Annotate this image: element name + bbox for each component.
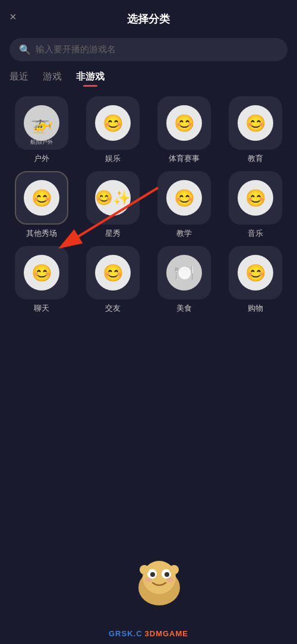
search-placeholder: 输入要开播的游戏名: [36, 44, 116, 55]
category-label-othershow: 其他秀场: [26, 228, 57, 239]
category-label-entertainment: 娱乐: [105, 153, 121, 164]
list-item[interactable]: 😊 教育: [223, 96, 287, 164]
search-bar[interactable]: 🔍 输入要开播的游戏名: [10, 38, 287, 61]
list-item[interactable]: 😊 音乐: [223, 171, 287, 239]
svg-point-7: [165, 572, 169, 577]
svg-point-8: [145, 577, 152, 582]
category-icon-teaching: 😊: [157, 171, 211, 225]
list-item[interactable]: 😊 体育赛事: [152, 96, 216, 164]
category-label-education: 教育: [248, 153, 263, 164]
list-item[interactable]: 😊 购物: [223, 246, 287, 314]
category-icon-social: 😊: [86, 246, 140, 299]
category-icon-starshow: 😊✨: [86, 171, 140, 225]
category-label-outdoor: 户外: [34, 153, 49, 164]
list-item[interactable]: 😊✨ 星秀: [81, 171, 145, 239]
watermark-right: 3DMGAME: [145, 629, 188, 638]
category-label-shopping: 购物: [248, 303, 263, 314]
category-icon-entertainment: 😊: [86, 96, 140, 150]
category-label-starshow: 星秀: [105, 228, 121, 239]
tab-recent[interactable]: 最近: [10, 71, 29, 87]
tab-nongames[interactable]: 非游戏: [76, 71, 105, 87]
category-grid: 🚁 航拍/户外 户外 😊 娱乐 😊 体育赛事 😊 教育: [0, 96, 297, 314]
mascot-character: [132, 555, 186, 608]
list-item[interactable]: 😊 交友: [81, 246, 145, 314]
list-item[interactable]: 🚁 航拍/户外 户外: [10, 96, 74, 164]
tabs-container: 最近 游戏 非游戏: [0, 71, 297, 87]
category-icon-sports: 😊: [157, 96, 211, 150]
category-label-food: 美食: [176, 303, 192, 314]
category-icon-food: 🍽️: [157, 246, 211, 299]
list-item[interactable]: 😊 其他秀场: [10, 171, 74, 239]
category-icon-outdoor: 🚁 航拍/户外: [15, 96, 68, 150]
list-item[interactable]: 🍽️ 美食: [152, 246, 216, 314]
category-icon-shopping: 😊: [229, 246, 282, 299]
list-item[interactable]: 😊 娱乐: [81, 96, 145, 164]
svg-point-11: [169, 565, 179, 574]
close-button[interactable]: ×: [10, 11, 17, 23]
category-label-sports: 体育赛事: [169, 153, 200, 164]
list-item[interactable]: 😊 教学: [152, 171, 216, 239]
category-icon-music: 😊: [229, 171, 282, 225]
svg-point-6: [150, 572, 155, 577]
svg-point-10: [140, 565, 149, 574]
search-icon: 🔍: [19, 44, 31, 55]
category-label-music: 音乐: [248, 228, 263, 239]
page-title: 选择分类: [127, 12, 170, 26]
svg-point-9: [166, 577, 173, 582]
header: × 选择分类: [0, 0, 297, 33]
category-label-social: 交友: [105, 303, 121, 314]
svg-point-3: [143, 561, 176, 594]
tab-games[interactable]: 游戏: [43, 71, 62, 87]
category-icon-education: 😊: [229, 96, 282, 150]
category-label-teaching: 教学: [176, 228, 192, 239]
category-icon-chat: 😊: [15, 246, 68, 299]
category-label-chat: 聊天: [34, 303, 49, 314]
watermark-left: GRSK.C: [109, 629, 143, 638]
list-item[interactable]: 😊 聊天: [10, 246, 74, 314]
watermark: GRSK.C 3DMGAME: [0, 629, 297, 638]
category-icon-othershow: 😊: [15, 171, 68, 225]
